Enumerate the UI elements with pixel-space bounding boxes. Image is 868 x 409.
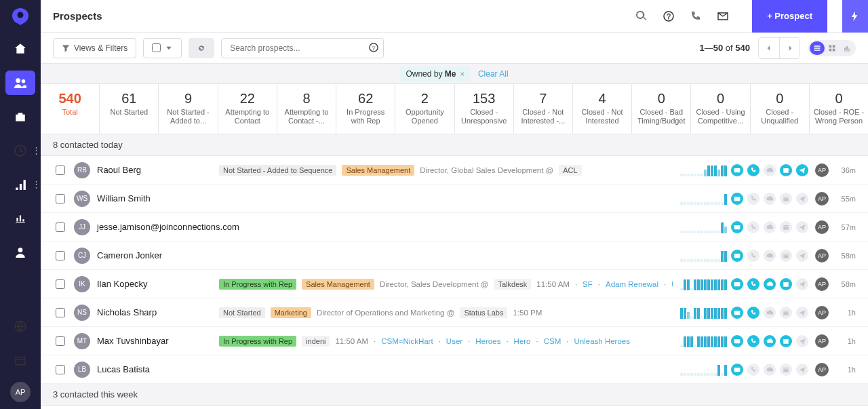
stage-cell[interactable]: 0 Closed - Unqualified — [751, 84, 810, 134]
owner-avatar[interactable]: AP — [815, 334, 829, 348]
owner-avatar[interactable]: AP — [815, 277, 829, 291]
stage-cell[interactable]: 2 Opportunity Opened — [395, 84, 454, 134]
account-tag[interactable]: Talkdesk — [494, 279, 532, 290]
clear-all-link[interactable]: Clear All — [478, 69, 509, 79]
send-icon[interactable] — [796, 364, 808, 376]
stage-cell[interactable]: 62 In Progress with Rep — [336, 84, 395, 134]
row-checkbox[interactable] — [56, 165, 65, 175]
nav-sequences[interactable]: ⋮ — [5, 172, 35, 197]
stage-cell[interactable]: 8 Attempting to Contact -... — [277, 84, 336, 134]
owner-avatar[interactable]: AP — [815, 249, 829, 262]
bulk-select-button[interactable] — [143, 38, 182, 58]
mail-icon[interactable] — [731, 364, 743, 376]
cloud-icon[interactable] — [764, 221, 776, 233]
table-row[interactable]: JJ jesse.jamison@joinconnections.com AP … — [41, 213, 868, 241]
help-icon[interactable] — [663, 10, 675, 22]
filter-chip-owner[interactable]: Owned by Me × — [400, 66, 469, 81]
pager-prev[interactable] — [759, 38, 779, 58]
nav-accounts[interactable] — [5, 104, 35, 129]
cal-icon[interactable] — [780, 250, 792, 262]
table-row[interactable]: MT Max Tuvshinbayar In Progress with Rep… — [41, 327, 868, 355]
row-checkbox[interactable] — [56, 251, 65, 260]
search-help-icon[interactable] — [369, 43, 378, 54]
send-icon[interactable] — [796, 250, 808, 262]
cal-icon[interactable] — [780, 335, 792, 347]
owner-avatar[interactable]: AP — [815, 192, 829, 206]
sidebar-avatar[interactable]: AP — [10, 382, 31, 402]
stage-cell[interactable]: 22 Attempting to Contact — [218, 84, 277, 134]
nav-home[interactable] — [5, 37, 35, 61]
stage-cell[interactable]: 153 Closed - Unresponsive — [455, 84, 514, 134]
row-checkbox[interactable] — [56, 279, 65, 289]
cal-icon[interactable] — [780, 193, 792, 205]
account-tag[interactable]: indeni — [302, 336, 330, 347]
mail-icon[interactable] — [731, 278, 743, 290]
view-grid[interactable] — [825, 41, 840, 55]
row-checkbox[interactable] — [56, 308, 65, 317]
phone-icon[interactable] — [747, 164, 760, 176]
owner-avatar[interactable]: AP — [815, 163, 829, 177]
stage-cell[interactable]: 4 Closed - Not Interested — [573, 84, 632, 134]
cloud-icon[interactable] — [764, 307, 776, 319]
phone-icon[interactable] — [747, 307, 760, 319]
phone-icon[interactable] — [747, 335, 760, 347]
cal-icon[interactable] — [780, 221, 792, 233]
stage-cell[interactable]: 0 Closed - Bad Timing/Budget — [632, 84, 691, 134]
account-tag[interactable]: Status Labs — [460, 307, 507, 318]
meta-link[interactable]: Adam Renewal — [606, 280, 658, 288]
cloud-icon[interactable] — [764, 164, 776, 176]
stage-cell[interactable]: 7 Closed - Not Interested -... — [514, 84, 573, 134]
prospect-name[interactable]: Max Tuvshinbayar — [97, 336, 212, 346]
prospect-name[interactable]: Nicholas Sharp — [97, 307, 212, 317]
mail-icon[interactable] — [731, 250, 743, 262]
mail-icon[interactable] — [717, 10, 729, 22]
table-row[interactable]: NS Nicholas Sharp Not Started Marketing … — [41, 298, 868, 327]
row-checkbox[interactable] — [56, 194, 65, 203]
table-row[interactable]: IK Ilan Kopecky In Progress with Rep Sal… — [41, 270, 868, 298]
nav-archive[interactable] — [5, 348, 35, 372]
phone-icon[interactable] — [690, 10, 702, 22]
mail-icon[interactable] — [731, 193, 743, 205]
chip-remove-icon[interactable]: × — [460, 70, 464, 78]
nav-tasks[interactable]: ⋮ — [5, 138, 35, 163]
table-row[interactable]: RB Raoul Berg Not Started - Added to Seq… — [41, 156, 868, 184]
send-icon[interactable] — [796, 278, 808, 290]
stage-cell[interactable]: 61 Not Started — [100, 84, 159, 134]
owner-avatar[interactable]: AP — [815, 363, 829, 376]
cal-icon[interactable] — [780, 307, 792, 319]
prospect-name[interactable]: Ilan Kopecky — [97, 279, 212, 289]
phone-icon[interactable] — [747, 193, 760, 205]
prospect-name[interactable]: jesse.jamison@joinconnections.com — [97, 222, 212, 232]
phone-icon[interactable] — [747, 250, 760, 262]
cloud-icon[interactable] — [764, 250, 776, 262]
table-row[interactable]: LB Lucas Batista AP 1h — [41, 355, 868, 384]
search-icon[interactable] — [635, 10, 648, 22]
cloud-icon[interactable] — [764, 335, 776, 347]
meta-link[interactable]: Unleash — [671, 280, 673, 288]
add-prospect-button[interactable]: + Prospect — [752, 0, 827, 33]
nav-globe[interactable] — [5, 314, 35, 338]
mail-icon[interactable] — [731, 221, 743, 233]
phone-icon[interactable] — [747, 278, 760, 290]
nav-profile[interactable] — [5, 240, 35, 265]
table-row[interactable] — [41, 406, 868, 409]
owner-avatar[interactable]: AP — [815, 220, 829, 234]
meta-link[interactable]: CSM — [544, 337, 561, 345]
view-list[interactable] — [810, 41, 825, 55]
meta-link[interactable]: Hero — [514, 337, 531, 345]
meta-link[interactable]: User — [446, 337, 462, 345]
send-icon[interactable] — [796, 193, 808, 205]
mail-icon[interactable] — [731, 164, 743, 176]
meta-link[interactable]: Heroes — [475, 337, 500, 345]
pager-next[interactable] — [779, 38, 800, 58]
stage-cell[interactable]: 9 Not Started - Added to... — [159, 84, 218, 134]
bulk-select-checkbox[interactable] — [152, 43, 161, 52]
stage-cell[interactable]: 0 Closed - ROE - Wrong Person — [810, 84, 868, 134]
refresh-button[interactable] — [189, 38, 214, 58]
prospect-name[interactable]: Raoul Berg — [97, 165, 212, 175]
send-icon[interactable] — [796, 221, 808, 233]
views-filters-button[interactable]: Views & Filters — [53, 38, 136, 58]
send-icon[interactable] — [796, 335, 808, 347]
phone-icon[interactable] — [747, 364, 760, 376]
search-input[interactable] — [221, 38, 384, 58]
